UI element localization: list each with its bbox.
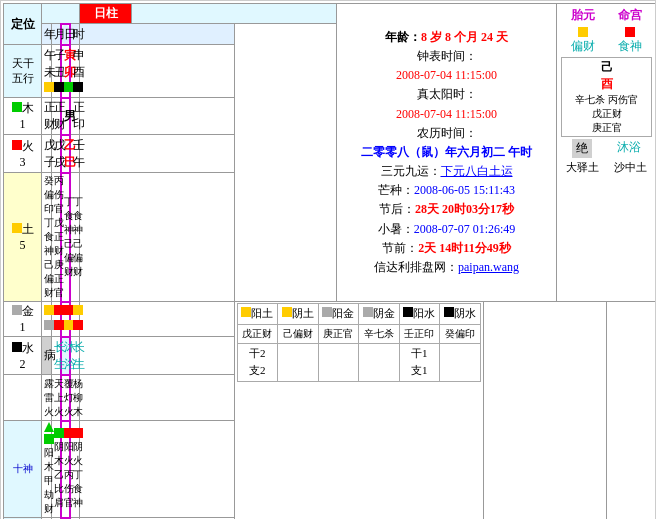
rengzhengyin: 壬正印: [399, 324, 440, 343]
wuzhengcai: 戊正财: [237, 324, 278, 343]
yangtu-sq: [241, 307, 251, 317]
yangtu-label: 阳土: [237, 304, 278, 325]
yangshui-sq: [403, 307, 413, 317]
spacer-top2: [132, 4, 337, 24]
yintu-sq: [282, 307, 292, 317]
spacer3: [80, 98, 235, 135]
yue-sq-bot: [54, 428, 64, 438]
sanyuan-value[interactable]: 下元八白土运: [441, 164, 513, 178]
shi-shishen-text: 丁食神: [73, 469, 83, 508]
website-value[interactable]: paipan.wang: [458, 260, 519, 274]
jin-label: 金1: [4, 302, 42, 337]
spacer8: [80, 375, 235, 421]
shishen-label: 十神: [4, 421, 42, 518]
ri-gan-dizhi: 乙: [64, 137, 68, 154]
taiyuan-label: 胎元: [571, 7, 595, 24]
yintu-label: 阴土: [278, 304, 319, 325]
shi-sub1: 丁食神: [73, 195, 77, 237]
shi-zhi: 午: [73, 154, 77, 171]
nian-gan-dizhi: 戊: [44, 137, 49, 154]
spacer4: [80, 135, 235, 173]
ri-gan-text: 寅卯: [64, 47, 68, 81]
gengzhengguan: 庚正官: [318, 324, 359, 343]
shi-gan-dizhi: 壬: [73, 137, 77, 154]
huo-label: 火3: [4, 135, 42, 173]
shachen-label: 沙中土: [614, 160, 647, 175]
xinqisha: 辛七杀: [359, 324, 400, 343]
fire-sq: [12, 140, 22, 150]
minggong-detail: 辛七杀 丙伤官戊正财庚正官: [563, 93, 650, 135]
nian-sub: 癸偏印 丁食神 己偏财: [42, 173, 52, 302]
taiyuan-cai: 偏财: [571, 38, 595, 55]
nian-jiecai: 甲劫财: [44, 475, 54, 514]
spacer-top: [42, 4, 80, 24]
yinjin-gz: [359, 343, 400, 381]
taiyuan-sq2: [625, 27, 635, 37]
yangjin-label: 阳金: [318, 304, 359, 325]
wood-sq: [12, 102, 22, 112]
ri-sq-bot: [64, 428, 74, 438]
guipianyin: 癸偏印: [440, 324, 481, 343]
shi-gan-sq: [73, 82, 83, 92]
minggong-label: 命宫: [618, 7, 642, 24]
minggong-zhi: 酉: [563, 76, 650, 93]
yinjin-label: 阴金: [359, 304, 400, 325]
nian-shengsi: 病: [42, 337, 52, 375]
tiangan-wuxing-label: 天干五行: [4, 45, 42, 98]
spacer7: [80, 337, 235, 375]
jieqian-value: 2天 14时11分49秒: [418, 241, 510, 255]
nianling-label: 年龄：: [385, 30, 421, 44]
nian-tri: [44, 422, 54, 432]
yinjin-sq: [363, 307, 373, 317]
shi-sq-bot: [73, 428, 83, 438]
right-panel: 胎元 命宫 偏财 食神 己 酉 辛七杀 丙伤官戊正财庚正官 绝: [557, 4, 657, 302]
yue-sub1: 丙伤官: [54, 174, 58, 216]
nian-sq-bot: [44, 434, 54, 444]
nian-nayin: 露雷火: [42, 375, 52, 421]
biaoshi-label: 钟表时间：: [339, 47, 554, 66]
yangjin-gz: [318, 343, 359, 381]
tu-label: 土5: [4, 173, 42, 302]
yangshui-label: 阳水: [399, 304, 440, 325]
dingwei-label: 定位: [4, 4, 42, 45]
mangzhong-value: 2008-06-05 15:11:43: [414, 183, 515, 197]
nian-gan-sq: [44, 82, 54, 92]
taiyang-value: 2008-07-04 11:15:00: [339, 105, 554, 124]
nian-tiangan: 午未: [42, 45, 52, 98]
bottom-right: [483, 302, 606, 520]
yue-zhi: 戌: [54, 154, 58, 171]
earth-sq: [12, 223, 22, 233]
nian-c2: [44, 320, 54, 330]
yinshui-gz: [440, 343, 481, 381]
yue-sub2: 戊正财: [54, 216, 58, 258]
sanyuan-label: 三元九运：: [381, 164, 441, 178]
spacer6: [80, 302, 235, 337]
yue-gan-text: 子丑: [54, 47, 58, 81]
ri-c1: [64, 305, 74, 315]
nayin-label: [4, 375, 42, 421]
spacer2: [80, 45, 235, 98]
ri-sub2: 己偏财: [64, 237, 68, 279]
taiyang-label: 真太阳时：: [339, 85, 554, 104]
ri-shangguan: 丙伤官: [64, 469, 74, 508]
yintu-gz: [278, 343, 319, 381]
bottom-info-right: 阳土 阴土 阳金 阴金 阳水 阴水 戊正财 己偏财 庚正官 辛七杀 壬正印 癸偏…: [234, 302, 483, 520]
shi-c1: [73, 305, 83, 315]
xiaoshu-value: 2008-07-07 01:26:49: [414, 222, 516, 236]
metal-sq: [12, 305, 22, 315]
shui-label: 水2: [4, 337, 42, 375]
biaoshi-value: 2008-07-04 11:15:00: [339, 66, 554, 85]
ri-gan-sq: [64, 82, 74, 92]
ri-zhi: 巳: [64, 154, 68, 171]
nongli-label: 农历时间：: [339, 124, 554, 143]
yangtu-gz: 干2支2: [237, 343, 278, 381]
nongli-value: 二零零八（鼠）年六月初二 午时: [339, 143, 554, 162]
year-header: 年: [42, 24, 52, 45]
nian-c1: [44, 305, 54, 315]
wuxing-label: 木1: [4, 98, 42, 135]
mangzhong-label: 芒种：: [378, 183, 414, 197]
spacer9: [80, 421, 235, 518]
nian-gan-text: 午未: [44, 47, 49, 81]
yue-sub3: 庚正官: [54, 258, 58, 300]
shi-sub: 丁食神 己偏财: [70, 173, 80, 302]
